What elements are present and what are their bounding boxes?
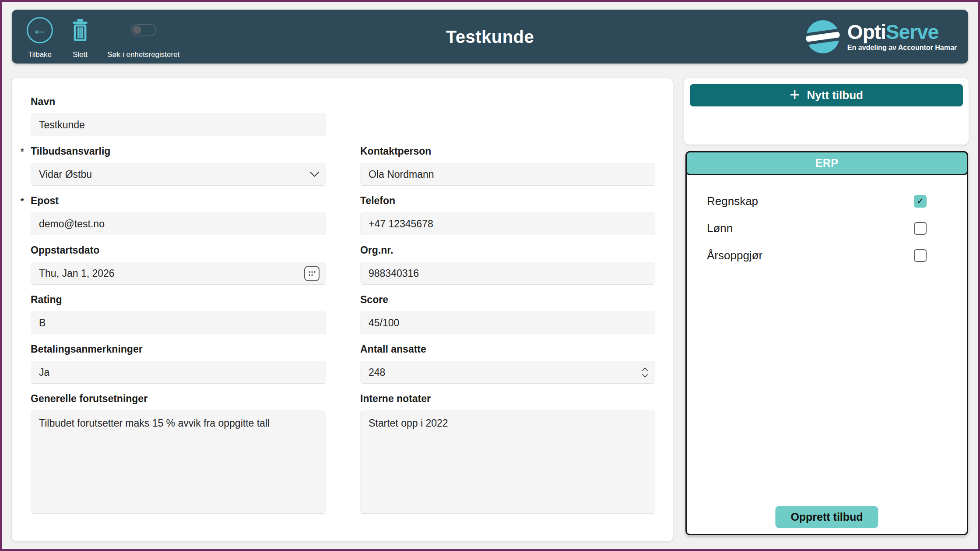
tilbudsansvarlig-value: Vidar Østbu — [39, 169, 92, 180]
chevron-down-icon[interactable] — [642, 374, 648, 378]
interne-notater-label: Interne notater — [360, 392, 655, 405]
optiserve-globe-icon — [805, 19, 840, 54]
field-antall-ansatte: Antall ansatte 248 — [360, 334, 655, 384]
toggle-knob-icon — [133, 26, 141, 34]
page-title: Testkunde — [446, 27, 534, 46]
epost-value: demo@test.no — [39, 218, 105, 230]
rating-value: B — [39, 317, 46, 329]
oppstartsdato-datepicker[interactable]: Thu, Jan 1, 2026 — [31, 262, 326, 285]
field-generelle-forutsetninger: Generelle forutsetninger Tilbudet foruts… — [31, 384, 326, 514]
field-score: Score 45/100 — [360, 285, 655, 334]
interne-notater-value: Startet opp i 2022 — [369, 417, 448, 429]
field-betalingsanmerkninger: Betalingsanmerkninger Ja — [31, 334, 326, 384]
orgnr-value: 988340316 — [369, 268, 419, 279]
arsoppgjor-checkbox[interactable] — [914, 249, 927, 262]
antall-ansatte-value: 248 — [369, 367, 385, 378]
kontaktperson-value: Ola Nordmann — [369, 169, 434, 180]
betalingsanmerkninger-label: Betalingsanmerkninger — [31, 343, 326, 355]
telefon-input[interactable]: +47 12345678 — [360, 212, 655, 235]
regnskap-checkbox[interactable] — [914, 195, 927, 208]
field-oppstartsdato: Oppstartsdato Thu, Jan 1, 2026 — [31, 235, 326, 285]
field-telefon: Telefon +47 12345678 — [360, 186, 655, 235]
customer-form-card: Navn Testkunde *Tilbudsansvarlig Vidar Ø… — [12, 78, 673, 541]
oppstartsdato-label: Oppstartsdato — [31, 244, 326, 256]
erp-option-label: Lønn — [707, 222, 733, 235]
chevron-down-icon — [309, 171, 320, 177]
required-asterisk: * — [20, 145, 24, 158]
trash-icon — [71, 19, 89, 41]
antall-ansatte-label: Antall ansatte — [360, 343, 655, 355]
erp-panel: ERP Regnskap Lønn Årsoppgjør Opprett til… — [685, 151, 968, 535]
new-offer-button[interactable]: + Nytt tilbud — [690, 84, 963, 106]
navn-label: Navn — [31, 95, 326, 108]
field-interne-notater: Interne notater Startet opp i 2022 — [360, 384, 655, 514]
generelle-forutsetninger-value: Tilbudet forutsetter maks 15 % avvik fra… — [39, 417, 270, 429]
field-epost: *Epost demo@test.no — [31, 186, 326, 235]
erp-option-arsoppgjor: Årsoppgjør — [687, 242, 967, 269]
registry-search-toggle-label: Søk i enhetsregisteret — [107, 50, 179, 59]
new-offer-button-label: Nytt tilbud — [807, 88, 863, 102]
score-label: Score — [360, 293, 655, 306]
generelle-forutsetninger-label: Generelle forutsetninger — [31, 392, 326, 405]
field-kontaktperson: Kontaktperson Ola Nordmann — [360, 136, 655, 186]
epost-label: *Epost — [31, 194, 326, 207]
required-asterisk: * — [20, 195, 24, 207]
delete-button-label: Slett — [73, 50, 88, 59]
field-rating: Rating B — [31, 285, 326, 334]
registry-search-toggle-group: Søk i enhetsregisteret — [107, 10, 179, 64]
oppstartsdato-value: Thu, Jan 1, 2026 — [39, 268, 115, 279]
brand-name: OptiServe — [847, 21, 938, 42]
brand-logo: OptiServe En avdeling av Accountor Hamar — [805, 19, 957, 54]
field-orgnr: Org.nr. 988340316 — [360, 235, 655, 285]
erp-option-regnskap: Regnskap — [687, 187, 967, 215]
lonn-checkbox[interactable] — [914, 222, 927, 235]
back-arrow-icon: ← — [27, 17, 53, 43]
orgnr-label: Org.nr. — [360, 244, 655, 256]
epost-input[interactable]: demo@test.no — [31, 212, 326, 235]
score-value: 45/100 — [369, 317, 399, 329]
antall-ansatte-stepper[interactable]: 248 — [360, 361, 655, 384]
number-stepper-controls — [642, 367, 649, 378]
top-command-bar: ← Tilbake Slett — [12, 10, 968, 64]
field-spacer — [360, 87, 655, 136]
erp-option-lonn: Lønn — [687, 215, 967, 242]
betalingsanmerkninger-value: Ja — [39, 367, 49, 378]
back-button-label: Tilbake — [28, 50, 52, 59]
brand-text: OptiServe En avdeling av Accountor Hamar — [847, 21, 957, 51]
field-navn: Navn Testkunde — [31, 87, 326, 136]
brand-subtitle: En avdeling av Accountor Hamar — [847, 44, 957, 52]
telefon-value: +47 12345678 — [369, 218, 433, 230]
rating-label: Rating — [31, 293, 326, 306]
navn-input[interactable]: Testkunde — [31, 113, 326, 136]
field-tilbudsansvarlig: *Tilbudsansvarlig Vidar Østbu — [31, 136, 326, 186]
app-window: ← Tilbake Slett — [0, 0, 980, 551]
delete-button[interactable]: Slett — [71, 10, 89, 64]
brand-name-teal: Serve — [886, 21, 938, 43]
telefon-label: Telefon — [360, 194, 655, 207]
registry-search-toggle[interactable] — [131, 24, 156, 36]
kontaktperson-input[interactable]: Ola Nordmann — [360, 163, 655, 186]
erp-option-label: Årsoppgjør — [707, 249, 762, 262]
tilbudsansvarlig-dropdown[interactable]: Vidar Østbu — [31, 163, 326, 186]
navn-value: Testkunde — [39, 119, 85, 131]
interne-notater-textarea[interactable]: Startet opp i 2022 — [360, 410, 655, 514]
customer-form: Navn Testkunde *Tilbudsansvarlig Vidar Ø… — [12, 78, 673, 514]
erp-panel-header: ERP — [685, 151, 968, 175]
back-button[interactable]: ← Tilbake — [27, 10, 53, 64]
toolbar: ← Tilbake Slett — [27, 10, 179, 64]
create-offer-button[interactable]: Opprett tilbud — [775, 506, 878, 528]
tilbudsansvarlig-label: *Tilbudsansvarlig — [31, 145, 326, 157]
kontaktperson-label: Kontaktperson — [360, 145, 655, 157]
betalingsanmerkninger-input[interactable]: Ja — [31, 361, 326, 384]
offer-actions-card: + Nytt tilbud — [684, 78, 969, 145]
erp-option-label: Regnskap — [707, 194, 758, 208]
calendar-icon[interactable] — [304, 266, 320, 281]
score-input[interactable]: 45/100 — [360, 311, 655, 334]
chevron-up-icon[interactable] — [642, 367, 648, 371]
generelle-forutsetninger-textarea[interactable]: Tilbudet forutsetter maks 15 % avvik fra… — [31, 410, 326, 514]
rating-input[interactable]: B — [31, 311, 326, 334]
brand-name-white: Opti — [847, 21, 886, 43]
orgnr-input[interactable]: 988340316 — [360, 262, 655, 285]
